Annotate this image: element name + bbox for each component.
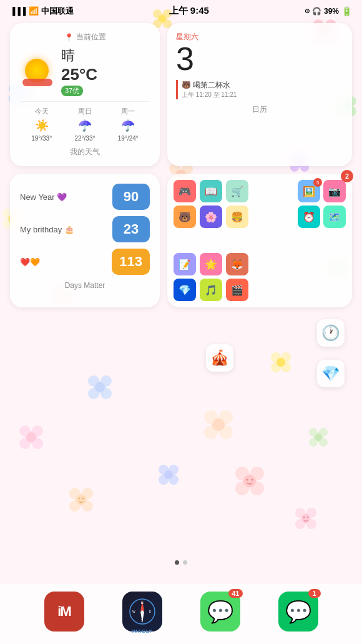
weather-main: 晴 25°C 37优 [20,46,150,96]
days-matter-count-0: 90 [112,184,150,210]
days-matter-item-0: New Year 💜 90 [20,184,150,210]
days-matter-item-1: My brithday 🎂 23 [20,216,150,242]
app-maps[interactable]: 🗺️ [323,206,346,228]
app-icon-6[interactable]: 🍔 [226,206,248,228]
svg-point-54 [94,381,106,394]
app-camera[interactable]: 📷 [323,180,346,202]
svg-point-71 [26,432,36,442]
svg-point-70 [32,438,43,449]
app-icon-3[interactable]: 🛒 [226,180,248,202]
home-screen-content: 📍 当前位置 晴 25°C 37优 今天 ☀️ 19°/33° [0,19,362,319]
page-dot-1 [183,560,187,565]
svg-point-111 [301,514,310,523]
svg-text:W: W [132,610,135,613]
days-matter-count-1: 23 [112,216,150,242]
apps-bottom-block: 📝 🌟 🦊 💎 🎵 🎬 [174,253,346,301]
svg-point-58 [100,388,112,399]
svg-point-79 [159,465,169,475]
forecast-sun: 周日 ☂️ 22°/33° [74,107,95,142]
weather-info: 晴 25°C 37优 [61,46,150,96]
svg-point-95 [243,475,256,487]
svg-point-89 [315,433,322,441]
days-matter-item-2: ❤️🧡 113 [20,249,150,275]
apps-row-3: 📝 🌟 🦊 [174,253,346,275]
svg-point-110 [306,519,316,529]
standalone-gem-icon[interactable]: 💎 [317,360,345,387]
svg-point-80 [169,465,179,475]
svg-point-87 [309,438,318,447]
svg-point-77 [212,419,225,431]
location-icon: 📍 [64,33,74,42]
svg-point-66 [25,431,37,443]
app-9[interactable]: 🦊 [226,253,248,275]
svg-point-93 [235,482,249,495]
app-7[interactable]: 📝 [174,253,196,275]
wifi-icon: 📶 [29,6,39,16]
dock-app-wechat[interactable]: 💬 1 [278,592,318,632]
app-icon-2[interactable]: 📖 [200,180,222,202]
calendar-widget-name: 日历 [176,104,343,115]
svg-point-74 [219,410,233,424]
weather-widget-name: 我的天气 [20,147,150,157]
widgets-row-1: 📍 当前位置 晴 25°C 37优 今天 ☀️ 19°/33° [10,23,352,166]
svg-point-65 [276,358,285,367]
forecast-mon: 周一 ☂️ 19°/24° [118,107,139,142]
calendar-widget[interactable]: 星期六 3 🐻 喝第二杯水 上午 11:20 至 11:21 日历 [167,23,352,166]
app-photos[interactable]: 🖼️ 3 [298,180,320,202]
dock-app-messages[interactable]: 💬 41 [200,592,240,632]
weather-sun-icon [20,54,55,89]
svg-point-107 [295,508,305,518]
status-right: ⊙ 🎧 39% 🔋 [305,6,352,16]
app-icon-4[interactable]: 🐻 [174,206,196,228]
headphones-icon: 🎧 [312,7,321,16]
dock-app-im[interactable]: iM [44,592,84,632]
svg-point-109 [295,519,305,529]
app-10[interactable]: 💎 [174,279,196,301]
app-dock: iM N S W E DIGITAL ATLAS IMAGLY [0,584,362,644]
standalone-icons-right: 🕐 [317,319,345,347]
status-time: 上午 9:45 [169,5,209,17]
svg-point-94 [250,482,264,495]
svg-point-101 [69,500,81,512]
app-12[interactable]: 🎬 [226,279,248,301]
apps-right-col: 🖼️ 3 📷 ⏰ 🗺️ [298,180,346,228]
svg-point-72 [211,417,226,432]
apps-widget: 2 🎮 📖 🛒 🐻 🌸 🍔 🖼️ 3 📷 [167,174,352,307]
battery-percent: 39% [324,7,339,16]
standalone-gem: 💎 [317,360,345,387]
page-dots [0,560,362,565]
calendar-event-title: 🐻 喝第二杯水 [182,80,343,91]
svg-point-64 [281,362,291,372]
svg-point-106 [300,513,311,524]
svg-point-60 [275,357,286,368]
wechat-badge: 1 [308,589,321,598]
messages-icon: 💬 [207,599,233,624]
app-icon-1[interactable]: 🎮 [174,180,196,202]
carrier-name: 中国联通 [41,6,74,17]
status-bar: ▐▐▐ 📶 中国联通 上午 9:45 ⊙ 🎧 39% 🔋 [0,0,362,19]
svg-point-85 [309,428,318,437]
record-indicator: ⊙ [305,7,310,14]
svg-point-108 [306,508,316,518]
svg-point-100 [82,488,93,499]
app-icon-5[interactable]: 🌸 [200,206,222,228]
svg-point-102 [82,500,93,512]
app-11[interactable]: 🎵 [200,279,222,301]
svg-point-104 [79,498,80,499]
standalone-tent[interactable]: 🎪 [206,344,233,372]
app-clock[interactable]: ⏰ [298,206,320,228]
weather-widget[interactable]: 📍 当前位置 晴 25°C 37优 今天 ☀️ 19°/33° [10,23,160,166]
svg-point-105 [82,498,84,499]
svg-point-59 [95,382,105,392]
dock-app-compass[interactable]: N S W E DIGITAL ATLAS IMAGLY [122,592,162,632]
standalone-clock[interactable]: 🕐 [317,319,345,347]
calendar-day: 3 [176,42,343,75]
days-matter-widget[interactable]: New Year 💜 90 My brithday 🎂 23 ❤️🧡 113 D… [10,174,160,307]
svg-point-99 [69,488,81,499]
svg-point-83 [164,470,173,479]
svg-point-61 [271,352,281,362]
svg-point-97 [252,479,253,481]
forecast-today: 今天 ☀️ 19°/33° [31,107,52,142]
svg-point-81 [159,475,169,485]
app-8[interactable]: 🌟 [200,253,222,275]
